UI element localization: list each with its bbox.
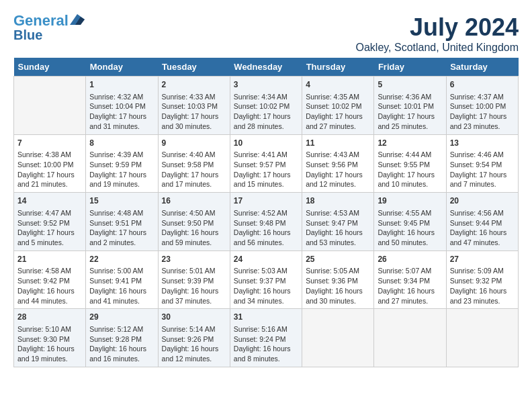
day-info-line: Sunrise: 4:37 AM xyxy=(450,92,515,102)
day-number: 3 xyxy=(234,79,298,91)
col-header-sunday: Sunday xyxy=(14,58,86,77)
day-info: Sunrise: 5:09 AMSunset: 9:32 PMDaylight:… xyxy=(450,266,515,306)
day-info-line: Daylight: 17 hours and 17 minutes. xyxy=(162,170,226,189)
day-info-line: Sunrise: 4:53 AM xyxy=(306,208,370,218)
day-info-line: Sunrise: 5:00 AM xyxy=(89,266,154,276)
col-header-wednesday: Wednesday xyxy=(230,58,302,77)
day-info: Sunrise: 5:05 AMSunset: 9:36 PMDaylight:… xyxy=(306,266,370,306)
day-number: 26 xyxy=(378,254,442,265)
day-info: Sunrise: 5:07 AMSunset: 9:34 PMDaylight:… xyxy=(378,266,442,306)
logo: General Blue xyxy=(13,13,85,42)
day-info-line: Sunrise: 5:14 AM xyxy=(162,324,226,334)
day-info-line: Daylight: 16 hours and 37 minutes. xyxy=(162,286,226,306)
day-number: 8 xyxy=(89,138,154,149)
day-info-line: Sunset: 9:58 PM xyxy=(162,160,226,170)
page-header: General Blue July 2024 Oakley, Scotland,… xyxy=(13,13,519,54)
day-info-line: Sunset: 10:00 PM xyxy=(17,160,82,170)
day-cell: 12Sunrise: 4:44 AMSunset: 9:55 PMDayligh… xyxy=(374,134,446,193)
day-info: Sunrise: 5:16 AMSunset: 9:24 PMDaylight:… xyxy=(234,324,298,364)
day-info: Sunrise: 5:01 AMSunset: 9:39 PMDaylight:… xyxy=(162,266,226,306)
day-info-line: Daylight: 17 hours and 27 minutes. xyxy=(306,111,370,131)
day-info-line: Daylight: 16 hours and 27 minutes. xyxy=(378,286,442,306)
day-info-line: Sunrise: 5:16 AM xyxy=(234,324,298,334)
day-cell: 19Sunrise: 4:55 AMSunset: 9:45 PMDayligh… xyxy=(374,193,446,251)
day-cell: 11Sunrise: 4:43 AMSunset: 9:56 PMDayligh… xyxy=(302,134,374,193)
logo-blue: Blue xyxy=(13,28,42,42)
day-cell: 29Sunrise: 5:12 AMSunset: 9:28 PMDayligh… xyxy=(86,309,158,367)
day-info-line: Daylight: 17 hours and 28 minutes. xyxy=(234,111,298,131)
day-info-line: Sunset: 10:01 PM xyxy=(378,101,442,111)
day-info-line: Daylight: 16 hours and 56 minutes. xyxy=(234,228,298,247)
day-cell: 6Sunrise: 4:37 AMSunset: 10:00 PMDayligh… xyxy=(446,77,518,135)
day-info-line: Sunset: 9:32 PM xyxy=(450,276,515,286)
col-header-saturday: Saturday xyxy=(446,58,518,77)
day-number: 13 xyxy=(450,138,515,149)
day-info: Sunrise: 4:58 AMSunset: 9:42 PMDaylight:… xyxy=(17,266,82,306)
day-info-line: Sunset: 9:26 PM xyxy=(162,334,226,345)
day-info-line: Daylight: 17 hours and 21 minutes. xyxy=(17,170,82,189)
day-info-line: Sunrise: 5:09 AM xyxy=(450,266,515,276)
day-info-line: Sunrise: 4:50 AM xyxy=(162,208,226,218)
day-info: Sunrise: 4:56 AMSunset: 9:44 PMDaylight:… xyxy=(450,208,515,248)
day-cell: 8Sunrise: 4:39 AMSunset: 9:59 PMDaylight… xyxy=(86,134,158,193)
day-info-line: Sunset: 9:24 PM xyxy=(234,334,298,345)
day-info-line: Daylight: 16 hours and 59 minutes. xyxy=(162,228,226,247)
day-number: 1 xyxy=(89,79,154,91)
day-cell: 17Sunrise: 4:52 AMSunset: 9:48 PMDayligh… xyxy=(230,193,302,251)
col-header-tuesday: Tuesday xyxy=(158,58,230,77)
day-info: Sunrise: 4:35 AMSunset: 10:02 PMDaylight… xyxy=(306,92,370,132)
day-info-line: Sunrise: 4:39 AM xyxy=(89,150,154,160)
day-number: 7 xyxy=(17,138,82,149)
day-cell: 3Sunrise: 4:34 AMSunset: 10:02 PMDayligh… xyxy=(230,77,302,135)
logo-icon xyxy=(70,14,85,25)
day-info-line: Sunset: 9:41 PM xyxy=(89,276,154,286)
day-info-line: Daylight: 16 hours and 50 minutes. xyxy=(378,228,442,247)
header-row: SundayMondayTuesdayWednesdayThursdayFrid… xyxy=(14,58,519,77)
day-cell: 26Sunrise: 5:07 AMSunset: 9:34 PMDayligh… xyxy=(374,250,446,309)
day-info: Sunrise: 4:40 AMSunset: 9:58 PMDaylight:… xyxy=(162,150,226,189)
day-info-line: Daylight: 17 hours and 31 minutes. xyxy=(89,111,154,131)
day-number: 31 xyxy=(234,312,298,323)
day-info-line: Sunrise: 4:44 AM xyxy=(378,150,442,160)
day-info-line: Sunrise: 4:48 AM xyxy=(89,208,154,218)
day-cell: 18Sunrise: 4:53 AMSunset: 9:47 PMDayligh… xyxy=(302,193,374,251)
day-cell: 22Sunrise: 5:00 AMSunset: 9:41 PMDayligh… xyxy=(86,250,158,309)
day-number: 4 xyxy=(306,79,370,91)
day-info-line: Sunset: 10:03 PM xyxy=(162,101,226,111)
day-info: Sunrise: 4:43 AMSunset: 9:56 PMDaylight:… xyxy=(306,150,370,189)
day-number: 25 xyxy=(306,254,370,265)
day-info-line: Sunrise: 5:10 AM xyxy=(17,324,82,334)
day-info-line: Daylight: 16 hours and 16 minutes. xyxy=(89,344,154,363)
day-info-line: Sunrise: 4:47 AM xyxy=(17,208,82,218)
title-block: July 2024 Oakley, Scotland, United Kingd… xyxy=(356,13,519,54)
day-info-line: Sunset: 9:42 PM xyxy=(17,276,82,286)
day-info-line: Sunrise: 4:34 AM xyxy=(234,92,298,102)
day-info-line: Daylight: 17 hours and 7 minutes. xyxy=(450,170,515,189)
day-number: 21 xyxy=(17,254,82,265)
day-cell: 31Sunrise: 5:16 AMSunset: 9:24 PMDayligh… xyxy=(230,309,302,367)
day-info-line: Sunset: 9:55 PM xyxy=(378,160,442,170)
col-header-friday: Friday xyxy=(374,58,446,77)
day-info: Sunrise: 4:38 AMSunset: 10:00 PMDaylight… xyxy=(17,150,82,189)
day-info-line: Sunset: 9:39 PM xyxy=(162,276,226,286)
day-info: Sunrise: 4:47 AMSunset: 9:52 PMDaylight:… xyxy=(17,208,82,248)
location: Oakley, Scotland, United Kingdom xyxy=(356,42,519,54)
day-info: Sunrise: 5:12 AMSunset: 9:28 PMDaylight:… xyxy=(89,324,154,364)
day-number: 2 xyxy=(162,79,226,91)
day-cell: 1Sunrise: 4:32 AMSunset: 10:04 PMDayligh… xyxy=(86,77,158,135)
day-number: 14 xyxy=(17,195,82,207)
day-info: Sunrise: 4:36 AMSunset: 10:01 PMDaylight… xyxy=(378,92,442,132)
col-header-monday: Monday xyxy=(86,58,158,77)
day-info-line: Daylight: 16 hours and 23 minutes. xyxy=(450,286,515,306)
day-cell: 23Sunrise: 5:01 AMSunset: 9:39 PMDayligh… xyxy=(158,250,230,309)
day-info-line: Sunset: 9:59 PM xyxy=(89,160,154,170)
day-number: 6 xyxy=(450,79,515,91)
day-info-line: Sunrise: 4:55 AM xyxy=(378,208,442,218)
day-info-line: Sunrise: 4:33 AM xyxy=(162,92,226,102)
day-cell: 25Sunrise: 5:05 AMSunset: 9:36 PMDayligh… xyxy=(302,250,374,309)
week-row-1: 1Sunrise: 4:32 AMSunset: 10:04 PMDayligh… xyxy=(14,77,519,135)
day-info: Sunrise: 4:33 AMSunset: 10:03 PMDaylight… xyxy=(162,92,226,132)
day-info-line: Sunset: 9:56 PM xyxy=(306,160,370,170)
day-info-line: Sunrise: 4:35 AM xyxy=(306,92,370,102)
day-info-line: Sunset: 10:02 PM xyxy=(234,101,298,111)
